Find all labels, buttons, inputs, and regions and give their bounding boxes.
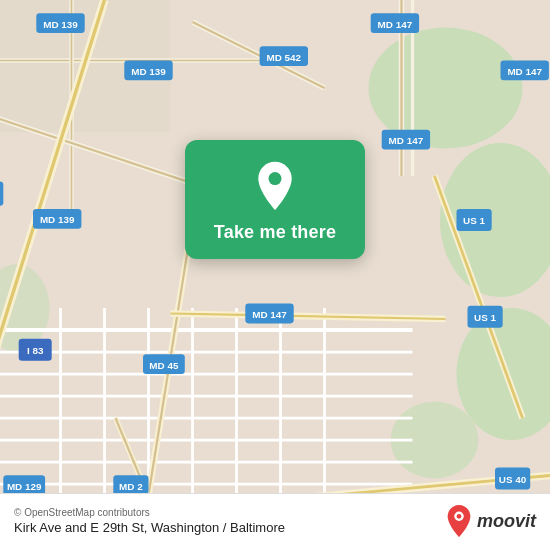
svg-point-80 — [457, 514, 462, 519]
bottom-bar-left: © OpenStreetMap contributors Kirk Ave an… — [14, 507, 285, 535]
svg-text:I 83: I 83 — [27, 345, 44, 356]
svg-text:US 1: US 1 — [474, 312, 496, 323]
moovit-pin-icon — [445, 504, 473, 538]
svg-text:MD 45: MD 45 — [149, 360, 179, 371]
bottom-bar: © OpenStreetMap contributors Kirk Ave an… — [0, 493, 550, 550]
location-label: Kirk Ave and E 29th St, Washington / Bal… — [14, 520, 285, 535]
moovit-wordmark: moovit — [477, 511, 536, 532]
svg-text:US 40: US 40 — [499, 474, 527, 485]
svg-rect-62 — [0, 182, 3, 206]
cta-button-label: Take me there — [214, 222, 336, 243]
svg-text:MD 2: MD 2 — [119, 481, 143, 492]
svg-text:MD 139: MD 139 — [131, 66, 166, 77]
svg-text:MD 147: MD 147 — [389, 135, 424, 146]
svg-point-78 — [269, 172, 282, 185]
attribution-text: © OpenStreetMap contributors — [14, 507, 285, 518]
svg-text:MD 139: MD 139 — [40, 214, 75, 225]
svg-text:MD 129: MD 129 — [7, 481, 42, 492]
svg-text:MD 542: MD 542 — [266, 52, 301, 63]
cta-card[interactable]: Take me there — [185, 140, 365, 259]
svg-text:MD 147: MD 147 — [252, 309, 287, 320]
location-pin-icon — [249, 160, 301, 212]
svg-text:MD 147: MD 147 — [378, 19, 413, 30]
svg-text:MD 139: MD 139 — [43, 19, 78, 30]
svg-text:US 1: US 1 — [463, 215, 485, 226]
svg-text:MD 147: MD 147 — [507, 66, 542, 77]
map-container: MD 139 MD 139 MD 139 MD 542 MD 147 MD 14… — [0, 0, 550, 550]
map-background: MD 139 MD 139 MD 139 MD 542 MD 147 MD 14… — [0, 0, 550, 550]
moovit-logo: moovit — [445, 504, 536, 538]
